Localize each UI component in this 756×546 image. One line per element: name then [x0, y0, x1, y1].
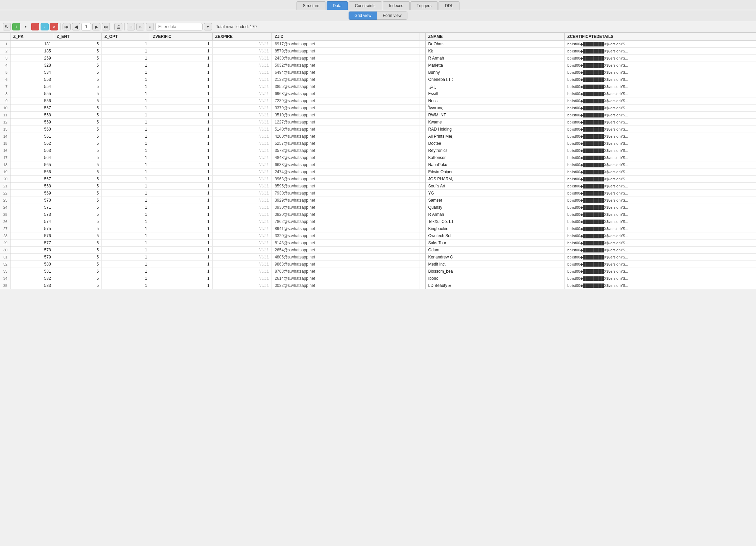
cell-zverific[interactable]: 1: [150, 247, 212, 254]
cell-zcert[interactable]: bplist00◆████████X$versionY$...: [565, 197, 756, 204]
cell-zcert[interactable]: bplist00◆████████X$versionY$...: [565, 168, 756, 176]
cell-zopt[interactable]: 1: [102, 126, 150, 133]
cell-zverific[interactable]: 1: [150, 154, 212, 161]
cell-zcert[interactable]: bplist00◆████████X$versionY$...: [565, 204, 756, 211]
table-row[interactable]: 7554511NULL3855@s.whatsapp.netراشbplist0…: [0, 83, 756, 90]
grid-view-button[interactable]: Grid view: [349, 12, 377, 20]
cell-zjid[interactable]: 6638@s.whatsapp.net: [272, 161, 420, 168]
cell-zent[interactable]: 5: [54, 282, 101, 289]
tab-constraints[interactable]: Constraints: [349, 1, 382, 10]
cell-zexpire[interactable]: NULL: [212, 197, 272, 204]
cell-zexpire[interactable]: NULL: [212, 62, 272, 69]
cell-zverific[interactable]: 1: [150, 232, 212, 240]
filter-input[interactable]: [155, 23, 203, 30]
cell-zcert[interactable]: bplist00◆████████X$versionY$...: [565, 240, 756, 247]
cell-zname[interactable]: Saks Tour: [425, 240, 565, 247]
table-row[interactable]: 20567511NULL9963@s.whatsapp.netJOS PHARM…: [0, 176, 756, 183]
table-row[interactable]: 35583511NULL0032@s.whatsapp.netLD Beauty…: [0, 282, 756, 289]
cell-zent[interactable]: 5: [54, 69, 101, 76]
cell-zent[interactable]: 5: [54, 140, 101, 147]
cell-zverific[interactable]: 1: [150, 41, 212, 48]
cell-zent[interactable]: 5: [54, 62, 101, 69]
cell-zverific[interactable]: 1: [150, 147, 212, 154]
cell-zexpire[interactable]: NULL: [212, 97, 272, 105]
cell-zopt[interactable]: 1: [102, 190, 150, 197]
table-row[interactable]: 5534511NULL6494@s.whatsapp.netBunnybplis…: [0, 69, 756, 76]
cell-zexpire[interactable]: NULL: [212, 140, 272, 147]
cell-zcert[interactable]: bplist00◆████████X$versionY$...: [565, 211, 756, 218]
cell-zjid[interactable]: 7862@s.whatsapp.net: [272, 218, 420, 225]
cell-zopt[interactable]: 1: [102, 282, 150, 289]
data-table-container[interactable]: Z_PK Z_ENT Z_OPT ZVERIFIC ZEXPIRE ZJID Z…: [0, 32, 756, 289]
cell-zent[interactable]: 5: [54, 190, 101, 197]
table-row[interactable]: 31579511NULL4805@s.whatsapp.netKenandrew…: [0, 254, 756, 261]
cancel-button[interactable]: ✕: [50, 23, 58, 30]
cell-zname[interactable]: Kingbookie: [425, 225, 565, 232]
add-dropdown-button[interactable]: ▼: [22, 23, 30, 30]
last-page-button[interactable]: ⏭: [102, 23, 110, 30]
cell-zopt[interactable]: 1: [102, 105, 150, 112]
cell-zexpire[interactable]: NULL: [212, 261, 272, 268]
cell-zverific[interactable]: 1: [150, 90, 212, 97]
cell-zpk[interactable]: 563: [10, 147, 54, 154]
cell-zexpire[interactable]: NULL: [212, 112, 272, 119]
table-row[interactable]: 33581511NULL8768@s.whatsapp.netBlossom_b…: [0, 268, 756, 275]
cell-zpk[interactable]: 562: [10, 140, 54, 147]
cell-zpk[interactable]: 556: [10, 97, 54, 105]
cell-zent[interactable]: 5: [54, 247, 101, 254]
cell-zverific[interactable]: 1: [150, 133, 212, 140]
cell-zpk[interactable]: 574: [10, 218, 54, 225]
cell-zexpire[interactable]: NULL: [212, 55, 272, 62]
cell-zname[interactable]: Bunny: [425, 69, 565, 76]
cell-zent[interactable]: 5: [54, 176, 101, 183]
cell-zent[interactable]: 5: [54, 275, 101, 282]
prev-page-button[interactable]: ◀: [72, 23, 80, 30]
cell-zent[interactable]: 5: [54, 204, 101, 211]
cell-zcert[interactable]: bplist00◆████████X$versionY$...: [565, 190, 756, 197]
cell-zopt[interactable]: 1: [102, 112, 150, 119]
cell-zcert[interactable]: bplist00◆████████X$versionY$...: [565, 97, 756, 105]
cell-zopt[interactable]: 1: [102, 140, 150, 147]
cell-zjid[interactable]: 9963@s.whatsapp.net: [272, 176, 420, 183]
cell-zjid[interactable]: 2654@s.whatsapp.net: [272, 247, 420, 254]
cell-zname[interactable]: NanaPoku: [425, 161, 565, 168]
col-header-zcert[interactable]: ZCERTIFICATEDETAILS: [565, 33, 756, 41]
cell-zverific[interactable]: 1: [150, 197, 212, 204]
cell-zverific[interactable]: 1: [150, 168, 212, 176]
cell-zent[interactable]: 5: [54, 268, 101, 275]
cell-zopt[interactable]: 1: [102, 154, 150, 161]
cell-zopt[interactable]: 1: [102, 133, 150, 140]
cell-zexpire[interactable]: NULL: [212, 218, 272, 225]
cell-zcert[interactable]: bplist00◆████████X$versionY$...: [565, 48, 756, 55]
freeze-col-button[interactable]: ⊞: [127, 23, 135, 30]
cell-zname[interactable]: Medit Inc.: [425, 261, 565, 268]
cell-zpk[interactable]: 554: [10, 83, 54, 90]
cell-zexpire[interactable]: NULL: [212, 282, 272, 289]
cell-zexpire[interactable]: NULL: [212, 168, 272, 176]
tab-data[interactable]: Data: [327, 1, 348, 10]
cell-zverific[interactable]: 1: [150, 48, 212, 55]
cell-zexpire[interactable]: NULL: [212, 161, 272, 168]
cell-zverific[interactable]: 1: [150, 190, 212, 197]
cell-zexpire[interactable]: NULL: [212, 268, 272, 275]
cell-zent[interactable]: 5: [54, 105, 101, 112]
cell-zpk[interactable]: 555: [10, 90, 54, 97]
cell-zcert[interactable]: bplist00◆████████X$versionY$...: [565, 76, 756, 83]
cell-zopt[interactable]: 1: [102, 204, 150, 211]
cell-zent[interactable]: 5: [54, 48, 101, 55]
cell-zexpire[interactable]: NULL: [212, 41, 272, 48]
cell-zpk[interactable]: 580: [10, 261, 54, 268]
cell-zpk[interactable]: 553: [10, 76, 54, 83]
cell-zpk[interactable]: 581: [10, 268, 54, 275]
cell-zname[interactable]: Kwame: [425, 119, 565, 126]
cell-zname[interactable]: TekXul Co. L1: [425, 218, 565, 225]
cell-zpk[interactable]: 573: [10, 211, 54, 218]
cell-zent[interactable]: 5: [54, 197, 101, 204]
cell-zent[interactable]: 5: [54, 225, 101, 232]
table-row[interactable]: 30578511NULL2654@s.whatsapp.netOdumbplis…: [0, 247, 756, 254]
cell-zopt[interactable]: 1: [102, 48, 150, 55]
table-row[interactable]: 3259511NULL2430@s.whatsapp.netR Armahbpl…: [0, 55, 756, 62]
cell-zexpire[interactable]: NULL: [212, 105, 272, 112]
table-row[interactable]: 17564511NULL4848@s.whatsapp.netKattenson…: [0, 154, 756, 161]
delete-row-button[interactable]: −: [31, 23, 39, 30]
